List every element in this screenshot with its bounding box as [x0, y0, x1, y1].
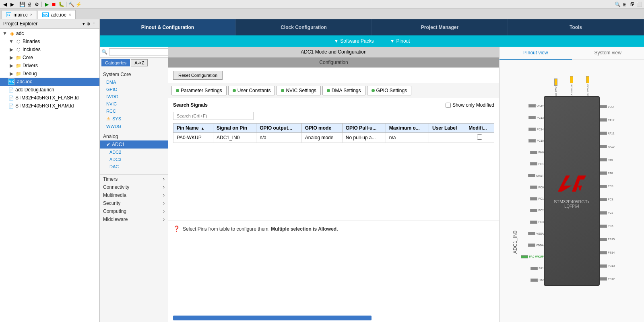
explorer-more-icon[interactable]: ⋮	[92, 21, 96, 27]
adc1-check-icon: ✔	[106, 142, 110, 147]
nav-tab-tools-label: Tools	[570, 25, 582, 30]
cat-item-adc1[interactable]: ✔ ADC1	[100, 140, 168, 149]
explorer-menu-icon[interactable]: ▾	[83, 21, 85, 27]
tree-item-binaries[interactable]: ▼ ⬡ Binaries	[0, 37, 99, 45]
cat-item-sys[interactable]: ⚠SYS	[100, 115, 168, 123]
chip-canvas: SYS_JTDO-SWO SYS_JTCK-SWCLK SYS_JTMS-SWD…	[500, 60, 644, 322]
tab-main-c[interactable]: C main.c ×	[2, 10, 37, 19]
cat-item-dac[interactable]: DAC	[100, 163, 168, 170]
analog-label: Analog	[103, 134, 118, 139]
chip-tab-pinout[interactable]: Pinout view	[500, 47, 572, 60]
scroll-hint-bar[interactable]	[173, 316, 372, 320]
project-explorer-panel: Project Explorer − ▾ ⊕ ⋮ ▼ ◈ adc ▼ ⬡ Bin…	[0, 19, 100, 322]
hint-icon: ❓	[173, 225, 180, 232]
col-signal-on-pin[interactable]: Signal on Pin	[213, 124, 256, 133]
cat-item-adc3[interactable]: ADC3	[100, 156, 168, 163]
signal-search-input[interactable]	[173, 112, 254, 120]
col-pin-name[interactable]: Pin Name ▲	[173, 124, 213, 133]
config-inner-title: Configuration	[168, 58, 499, 68]
tree-item-flash-ld[interactable]: 📄 STM32F405RGTX_FLASH.ld	[0, 94, 99, 102]
col-gpio-mode[interactable]: GPIO mode	[301, 124, 342, 133]
toolbar-icon-flash[interactable]: ⚡	[75, 1, 82, 8]
reset-config-button[interactable]: Reset Configuration	[173, 71, 223, 80]
tree-item-includes[interactable]: ▶ ⬡ Includes	[0, 45, 99, 54]
modified-checkbox[interactable]	[477, 134, 482, 140]
config-tab-user-constants[interactable]: User Constants	[228, 86, 275, 95]
tree-item-debug[interactable]: ▶ 📁 Debug	[0, 70, 99, 78]
tab-adc-ioc[interactable]: MX adc.ioc ×	[38, 10, 76, 19]
sub-nav-software-packs[interactable]: ▼ Software Packs	[334, 38, 374, 44]
col-max-output[interactable]: Maximum o...	[386, 124, 429, 133]
security-header[interactable]: Security ›	[100, 199, 168, 207]
toolbar-icon-forward[interactable]: ▶	[9, 1, 15, 8]
cat-btn-categories[interactable]: Categories	[101, 59, 130, 66]
tree-item-launch[interactable]: 📄 adc Debug.launch	[0, 86, 99, 94]
toolbar-icon-window[interactable]: 🗗	[629, 1, 635, 8]
toolbar-icon-run[interactable]: ▶	[43, 1, 50, 8]
tree-item-core[interactable]: ▶ 📁 Core	[0, 54, 99, 62]
nav-tab-pinout-label: Pinout & Configuration	[141, 25, 194, 30]
cat-item-wwdg[interactable]: WWDG	[100, 123, 168, 130]
cat-btn-az[interactable]: A->Z	[131, 59, 148, 66]
category-search-input[interactable]	[109, 48, 168, 56]
tree-label-core: Core	[23, 55, 33, 60]
config-tab-gpio[interactable]: GPIO Settings	[367, 86, 412, 95]
show-modified-checkbox[interactable]	[446, 103, 451, 108]
col-gpio-output[interactable]: GPIO output...	[256, 124, 302, 133]
col-user-label[interactable]: User Label	[429, 124, 465, 133]
cat-item-gpio[interactable]: GPIO	[100, 86, 168, 93]
computing-header[interactable]: Computing ›	[100, 207, 168, 215]
cell-modified[interactable]	[465, 133, 494, 143]
config-tab-dma[interactable]: DMA Settings	[322, 86, 365, 95]
toolbar-icon-debug[interactable]: 🐛	[58, 1, 64, 8]
bottom-scrollbar[interactable]	[168, 314, 499, 322]
toolbar-icon-maximize[interactable]: ⬜	[636, 1, 642, 8]
cat-item-iwdg[interactable]: IWDG	[100, 93, 168, 100]
sub-nav-pinout[interactable]: ▼ Pinout	[390, 38, 410, 44]
toolbar-icon-search[interactable]: 🔍	[614, 1, 621, 8]
tree-item-adc[interactable]: ▼ ◈ adc	[0, 29, 99, 37]
middleware-header[interactable]: Middleware ›	[100, 215, 168, 223]
parameter-dot	[176, 89, 179, 92]
pin-pc2: PC2	[530, 209, 544, 212]
analog-header[interactable]: Analog	[100, 132, 168, 140]
middleware-label: Middleware	[103, 217, 128, 222]
multimedia-arrow-icon: ›	[163, 192, 165, 198]
cat-item-nvic[interactable]: NVIC	[100, 100, 168, 107]
chip-tab-system[interactable]: System view	[572, 47, 644, 60]
toolbar-icon-back[interactable]: ◀	[2, 1, 8, 8]
toolbar-icon-settings[interactable]: ⚙	[33, 1, 40, 8]
nav-tab-pinout[interactable]: Pinout & Configuration	[100, 19, 236, 35]
multimedia-header[interactable]: Multimedia ›	[100, 191, 168, 199]
toolbar-icon-print[interactable]: 🖨	[26, 1, 33, 8]
tree-item-adc-ioc[interactable]: MX adc.ioc	[0, 78, 99, 86]
connectivity-header[interactable]: Connectivity ›	[100, 183, 168, 191]
explorer-collapse-icon[interactable]: −	[78, 21, 81, 27]
toolbar-icon-save[interactable]: 💾	[19, 1, 25, 8]
config-tab-parameter[interactable]: Parameter Settings	[171, 86, 227, 95]
timers-header[interactable]: Timers ›	[100, 174, 168, 183]
cat-item-adc2[interactable]: ADC2	[100, 149, 168, 156]
tab-main-c-close[interactable]: ×	[30, 12, 33, 17]
nav-tab-clock[interactable]: Clock Configuration	[236, 19, 372, 35]
cat-item-dma[interactable]: DMA	[100, 78, 168, 86]
pin-pa10: PA10	[600, 145, 615, 148]
explorer-filter-icon[interactable]: ⊕	[87, 21, 90, 27]
tree-item-drivers[interactable]: ▶ 📁 Drivers	[0, 62, 99, 70]
toolbar-icon-layout[interactable]: ⊞	[621, 1, 628, 8]
tree-item-ram-ld[interactable]: 📄 STM32F405RGTX_RAM.ld	[0, 102, 99, 110]
col-gpio-output-label: GPIO output...	[260, 125, 292, 131]
toolbar-icon-build[interactable]: 🔨	[68, 1, 74, 8]
tab-adc-ioc-close[interactable]: ×	[69, 12, 71, 17]
system-core-header[interactable]: System Core	[100, 70, 168, 78]
cell-signal: ADC1_IN0	[213, 133, 256, 143]
table-row[interactable]: PA0-WKUP ADC1_IN0 n/a Analog mode No pul…	[173, 133, 494, 143]
nav-tab-project[interactable]: Project Manager	[372, 19, 508, 35]
config-tab-nvic[interactable]: NVIC Settings	[277, 86, 320, 95]
col-modified[interactable]: Modifi...	[465, 124, 494, 133]
cat-item-rcc[interactable]: RCC	[100, 107, 168, 115]
signal-search-label: Search Signals	[173, 102, 208, 108]
nav-tab-tools[interactable]: Tools	[508, 19, 644, 35]
col-gpio-pull[interactable]: GPIO Pull-u...	[342, 124, 386, 133]
toolbar-icon-stop[interactable]: ⏹	[51, 1, 57, 8]
